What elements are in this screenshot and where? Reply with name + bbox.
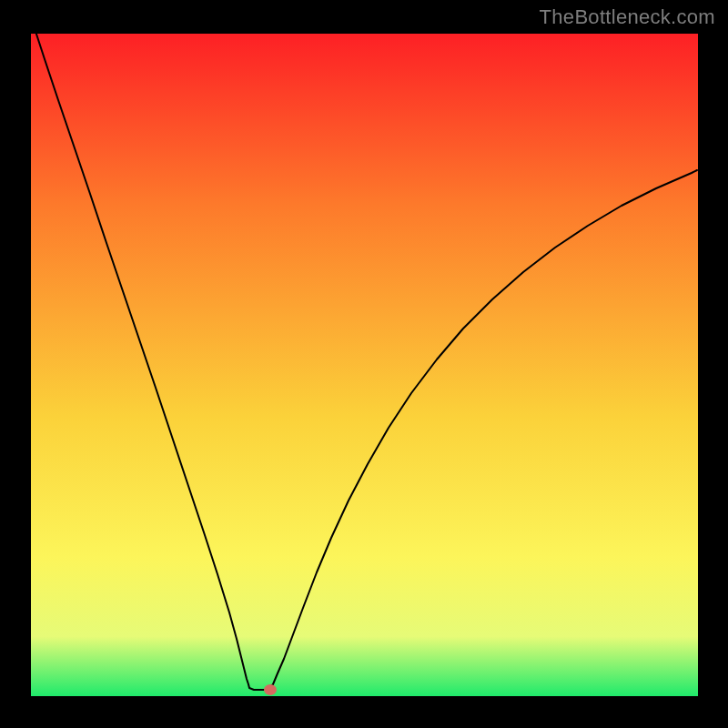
bottleneck-chart (0, 0, 728, 728)
plot-background (31, 34, 698, 696)
watermark-text: TheBottleneck.com (540, 5, 715, 29)
optimum-marker (264, 684, 277, 695)
chart-frame: TheBottleneck.com (0, 0, 728, 728)
